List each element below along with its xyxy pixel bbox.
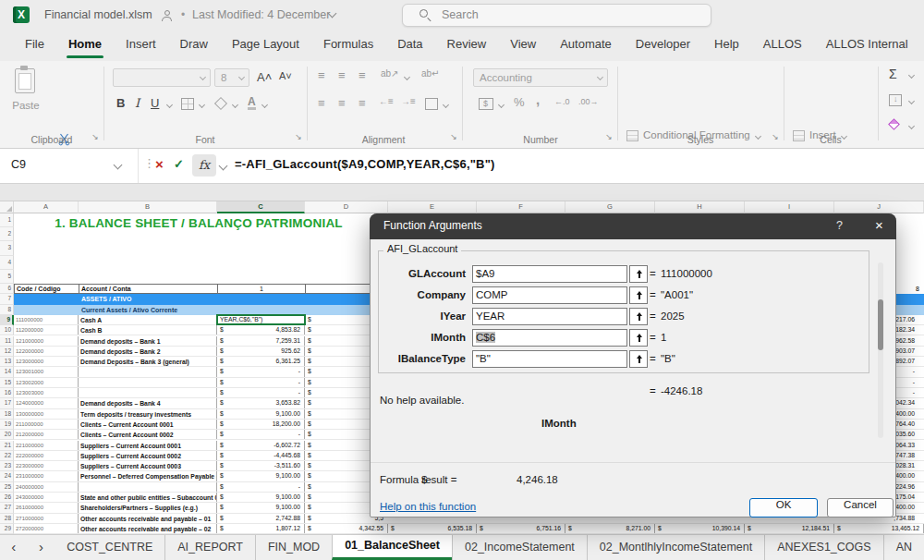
range-picker-button[interactable] [629, 265, 648, 283]
ribbon-tab-formulas[interactable]: Formulas [311, 30, 385, 61]
dialog-close-icon[interactable]: × [875, 217, 883, 233]
excel-logo-icon[interactable]: X [13, 6, 30, 23]
range-picker-button[interactable] [629, 308, 648, 325]
wrap-text-icon[interactable]: ab↵ [421, 68, 440, 79]
prev-sheet-button[interactable]: ‹ [0, 535, 28, 560]
insert-function-icon[interactable]: fx [192, 154, 216, 177]
row-header-10[interactable]: 10 [0, 325, 14, 335]
autosum-chevron-icon[interactable] [908, 72, 915, 79]
sheet-tab-cost_centre[interactable]: COST_CENTRE [55, 535, 164, 560]
accounting-chevron-icon[interactable] [498, 102, 505, 108]
column-header-J[interactable]: J [834, 201, 924, 213]
align-bottom-icon[interactable]: ≡ [359, 68, 366, 82]
italic-button[interactable]: I [135, 96, 140, 110]
row-header-11[interactable]: 11 [0, 336, 14, 347]
formula-bar-handle[interactable]: ⋮ [143, 156, 155, 170]
row-header-18[interactable]: 18 [0, 409, 14, 420]
row-header-1[interactable]: 1 [0, 213, 14, 227]
column-header-E[interactable]: E [388, 201, 477, 213]
fill-down-icon[interactable]: ↓ [889, 94, 902, 106]
font-size-combo[interactable]: 8 [214, 68, 249, 87]
row-header-23[interactable]: 23 [0, 461, 14, 471]
sheet-tab-02_montlhlyincomestatement[interactable]: 02_MontlhlyIncomeStatement [587, 535, 764, 560]
fill-chevron-icon[interactable] [908, 98, 915, 104]
number-format-combo[interactable]: Accounting [473, 68, 608, 87]
sheet-tab-02_incomestatement[interactable]: 02_IncomeStatement [452, 535, 587, 560]
search-box[interactable]: Search [402, 4, 711, 27]
font-name-combo[interactable] [113, 68, 211, 87]
row-header-6[interactable]: 6 [0, 284, 14, 294]
row-header-22[interactable]: 22 [0, 451, 14, 461]
formula-input[interactable]: =-AFI_GLaccount($A9,COMP,YEAR,C$6,"B") [235, 157, 495, 171]
fill-color-chevron-icon[interactable] [232, 102, 238, 108]
sheet-tab-anexes1_cogs[interactable]: ANEXES1_COGS [764, 535, 882, 560]
dialog-scrollbar-thumb[interactable] [878, 299, 883, 350]
row-header-27[interactable]: 27 [0, 503, 14, 513]
column-header-H[interactable]: H [655, 201, 745, 213]
confirm-entry-icon[interactable]: ✓ [174, 157, 184, 171]
column-header-F[interactable]: F [477, 201, 565, 213]
cancel-button[interactable]: Cancel [827, 498, 894, 517]
align-right-icon[interactable]: ≡ [359, 96, 366, 110]
row-header-7[interactable]: 7 [0, 294, 14, 304]
row-header-4[interactable]: 4 [0, 256, 14, 270]
row-header-20[interactable]: 20 [0, 430, 14, 440]
row-header-28[interactable]: 28 [0, 514, 14, 524]
row-header-29[interactable]: 29 [0, 524, 14, 534]
last-modified-label[interactable]: Last Modified: 4 December [192, 8, 330, 21]
merge-chevron-icon[interactable] [443, 102, 449, 108]
row-header-15[interactable]: 15 [0, 378, 14, 388]
increase-font-icon[interactable]: A˄ [257, 70, 272, 84]
styles-dialog-launcher[interactable]: ↘ [771, 132, 780, 141]
ribbon-tab-automate[interactable]: Automate [548, 30, 624, 61]
argument-input-iyear[interactable]: YEAR [472, 308, 627, 325]
ribbon-tab-insert[interactable]: Insert [114, 30, 168, 61]
row-header-12[interactable]: 12 [0, 347, 14, 357]
font-color-icon[interactable]: A [248, 97, 256, 110]
align-top-icon[interactable]: ≡ [318, 68, 325, 82]
column-header-C[interactable]: C [217, 201, 305, 213]
sheet-tab-fin_mod[interactable]: FIN_MOD [255, 535, 332, 560]
row-header-2[interactable]: 2 [0, 227, 14, 241]
fx-chevron-icon[interactable] [219, 162, 228, 171]
underline-button[interactable]: U [151, 96, 159, 110]
dialog-title-bar[interactable]: Function Arguments ? × [370, 213, 896, 239]
ribbon-tab-allos[interactable]: ALLOS [751, 30, 814, 61]
decrease-indent-icon[interactable]: ←≡ [379, 96, 394, 106]
ribbon-tab-file[interactable]: File [13, 30, 56, 61]
comma-style-icon[interactable]: , [536, 91, 540, 107]
ribbon-tab-help[interactable]: Help [702, 30, 751, 61]
align-left-icon[interactable]: ≡ [318, 96, 325, 110]
table-row-29[interactable]: 272000000Other accounts receivable and p… [14, 524, 924, 534]
row-header-21[interactable]: 21 [0, 441, 14, 451]
row-header-19[interactable]: 19 [0, 420, 14, 430]
range-picker-button[interactable] [629, 286, 648, 304]
row-header-8[interactable]: 8 [0, 305, 14, 315]
clipboard-dialog-launcher[interactable]: ↘ [91, 132, 100, 141]
range-picker-button[interactable] [629, 329, 648, 347]
row-header-17[interactable]: 17 [0, 398, 14, 408]
autosum-icon[interactable]: Σ [889, 67, 897, 81]
editing-cell[interactable]: YEAR,C$6,"B") [216, 314, 306, 325]
accounting-format-icon[interactable]: $ [479, 98, 493, 110]
row-header-9[interactable]: 9 [0, 315, 14, 325]
sheet-tab-ai_report[interactable]: AI_REPORT [164, 535, 255, 560]
select-all-corner[interactable] [0, 201, 14, 213]
alignment-dialog-launcher[interactable]: ↘ [449, 132, 458, 141]
column-header-G[interactable]: G [565, 201, 655, 213]
merge-center-icon[interactable] [425, 98, 438, 110]
argument-input-ibalancetype[interactable]: "B" [472, 350, 627, 368]
argument-input-glaccount[interactable]: $A9 [472, 265, 627, 283]
argument-input-company[interactable]: COMP [472, 286, 627, 304]
row-header-5[interactable]: 5 [0, 270, 14, 284]
dialog-scrollbar[interactable] [878, 262, 883, 438]
ok-button[interactable]: OK [749, 498, 818, 517]
name-box[interactable]: C9 [0, 149, 139, 183]
fill-color-icon[interactable] [214, 97, 227, 110]
bold-button[interactable]: B [116, 96, 125, 110]
font-dialog-launcher[interactable]: ↘ [294, 132, 303, 141]
sheet-tab-an[interactable]: AN [883, 535, 924, 560]
sheet-tab-01_balancesheet[interactable]: 01_BalanceSheet [332, 535, 452, 560]
row-header-3[interactable]: 3 [0, 241, 14, 255]
range-picker-button[interactable] [629, 350, 648, 368]
